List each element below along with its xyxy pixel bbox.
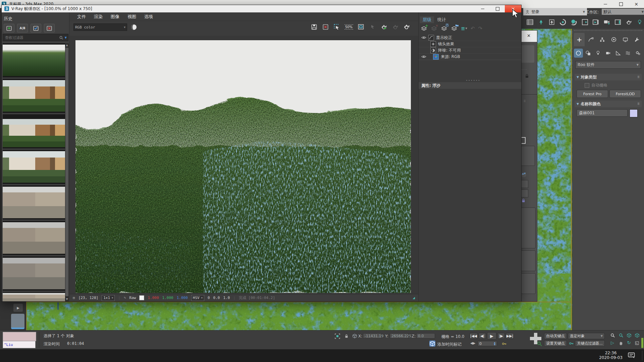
tab-create[interactable]: + <box>574 33 585 46</box>
add-time-tag[interactable]: 添加时间标记 <box>437 342 462 347</box>
rollout-object-type[interactable]: ▼ 对象类型 ⠿ <box>575 74 642 80</box>
layer-row-lens-effects[interactable]: 镜头效果 <box>419 41 521 47</box>
scroll-down-icon[interactable]: ▼ <box>65 297 69 301</box>
delete-layer-button[interactable]: × <box>431 25 437 32</box>
menu-view[interactable]: 视图 <box>127 14 136 20</box>
layout-tab-button[interactable] <box>11 314 24 329</box>
menu-file[interactable]: 文件 <box>77 14 86 20</box>
tab-hierarchy[interactable] <box>597 33 608 46</box>
save-to-history-button[interactable] <box>4 24 14 33</box>
redo-button[interactable]: ↷ <box>478 25 483 32</box>
workspace-dropdown[interactable]: 默认 ▼ <box>602 9 644 15</box>
category-systems[interactable] <box>633 49 642 58</box>
layer-row-display-correction[interactable]: 显示校正 <box>419 35 521 41</box>
pixel-zoom-dropdown[interactable]: 1x1▼ <box>102 295 115 301</box>
menu-options[interactable]: 选项 <box>144 14 153 20</box>
current-frame-field[interactable]: 0▲▼ <box>478 341 497 346</box>
set-key-button[interactable]: 设置关键点 <box>544 340 567 347</box>
tab-display[interactable] <box>620 33 631 46</box>
lock-icon[interactable] <box>524 73 530 79</box>
max-close-button[interactable]: × <box>629 0 644 8</box>
save-image-button[interactable] <box>309 22 319 32</box>
zoom-extents-all-icon[interactable] <box>633 333 641 338</box>
remove-from-history-button[interactable] <box>44 24 55 33</box>
chevron-down-icon[interactable]: ▼ <box>65 36 67 39</box>
region-render-button[interactable] <box>332 22 342 32</box>
vfb-close-button[interactable]: × <box>505 5 521 12</box>
transform-gizmo-icon[interactable] <box>351 333 358 339</box>
railclone-icon[interactable] <box>558 18 567 26</box>
x-coordinate-field[interactable]: -11431.19 <box>363 333 382 339</box>
tab-statistics[interactable]: 统计 <box>435 16 449 23</box>
max-restore-button[interactable] <box>613 0 629 8</box>
layers-stack-icon[interactable] <box>570 18 578 26</box>
category-spacewarps[interactable] <box>624 49 633 58</box>
lock-icon[interactable] <box>521 198 526 203</box>
z-coordinate-field[interactable]: 0.0 <box>416 333 435 339</box>
y-coordinate-field[interactable]: 26566.225 <box>390 333 409 339</box>
render-image[interactable] <box>75 40 411 293</box>
camera-add-icon[interactable] <box>602 18 611 26</box>
category-helpers[interactable] <box>613 49 623 58</box>
category-cameras[interactable] <box>604 49 613 58</box>
menu-render[interactable]: 渲染 <box>94 14 103 20</box>
selection-set-dropdown[interactable]: 选定对象 ▼ <box>568 333 605 339</box>
pan-hand-icon[interactable] <box>617 340 625 346</box>
forest-pro-button[interactable]: Forest Pro <box>577 90 608 98</box>
layers-menu-button[interactable]: ≡▼ <box>461 25 467 32</box>
history-thumbnail[interactable] <box>3 150 65 184</box>
maxscript-listener-input[interactable]: "Liu <box>3 341 36 348</box>
panel-splitter[interactable]: •••••• <box>466 79 481 82</box>
render-region-button[interactable] <box>390 22 400 32</box>
dialog-scrollbar[interactable] <box>521 45 534 63</box>
resize-grip-icon[interactable]: ◢ <box>413 296 415 300</box>
fit-window-button[interactable] <box>356 22 366 32</box>
close-icon[interactable]: ✕ <box>527 33 531 38</box>
spinner-arrows[interactable]: ▲▼ <box>522 173 526 177</box>
zoom-extents-icon[interactable] <box>625 333 633 338</box>
history-thumbnail[interactable] <box>3 43 65 77</box>
eyedropper-icon[interactable]: ✎ <box>124 296 126 300</box>
zoom-icon[interactable] <box>609 333 616 338</box>
history-filter-input[interactable] <box>4 35 58 40</box>
history-thumbnail[interactable] <box>3 79 65 113</box>
zoom-all-icon[interactable] <box>617 333 625 338</box>
eye-icon[interactable] <box>421 36 426 40</box>
category-lights[interactable] <box>594 49 603 58</box>
color-mode-dropdown[interactable]: HSV▼ <box>191 295 204 301</box>
scrollbar-thumb[interactable] <box>65 48 68 296</box>
load-layers-button[interactable] <box>451 25 458 32</box>
save-layers-button[interactable] <box>441 25 447 32</box>
key-mode-icon[interactable] <box>500 341 508 347</box>
isolate-cube-icon[interactable] <box>429 341 435 347</box>
zoom-50-button[interactable]: 50% <box>344 22 354 32</box>
selection-lock-region-icon[interactable] <box>334 333 341 339</box>
previous-frame-button[interactable]: ◀| <box>479 333 486 339</box>
history-thumbnail[interactable] <box>3 221 65 255</box>
undo-button[interactable]: ↶ <box>471 25 475 32</box>
category-geometry[interactable] <box>574 49 583 58</box>
add-layer-button[interactable]: + <box>421 25 427 32</box>
show-desktop-divider[interactable] <box>642 351 642 361</box>
category-dropdown[interactable]: Itoo 软件 ▼ <box>575 61 641 69</box>
ab-compare-button[interactable]: A|B <box>17 24 28 33</box>
eye-icon[interactable] <box>421 55 426 59</box>
menu-image[interactable]: 图像 <box>111 14 119 20</box>
history-thumbnail[interactable] <box>3 114 65 148</box>
tab-hierarchy[interactable]: 层级 <box>420 16 434 23</box>
dialog-button[interactable] <box>520 146 535 166</box>
tab-utilities[interactable] <box>632 33 642 46</box>
max-minimize-button[interactable] <box>598 0 613 8</box>
history-thumbnail[interactable] <box>3 185 65 220</box>
vfb-titlebar[interactable]: 3 V-Ray 帧缓存区 - [100.0% of 1000 x 750] × <box>2 5 521 12</box>
object-name-field[interactable]: 森林001 <box>577 109 628 117</box>
layout-flyout-button[interactable]: ▶ <box>13 304 23 312</box>
spinner-icon[interactable]: ▲▼ <box>494 342 495 346</box>
stop-render-button[interactable] <box>401 22 412 32</box>
set-a-button[interactable] <box>31 24 41 33</box>
go-to-start-button[interactable]: |◀◀ <box>470 333 478 339</box>
panel-drag-handle[interactable] <box>574 30 642 31</box>
login-dropdown[interactable]: 登录 ▼ <box>523 8 587 15</box>
autogrid-checkbox[interactable]: 自动栅格 <box>585 82 607 88</box>
teapot-icon[interactable] <box>625 18 633 26</box>
